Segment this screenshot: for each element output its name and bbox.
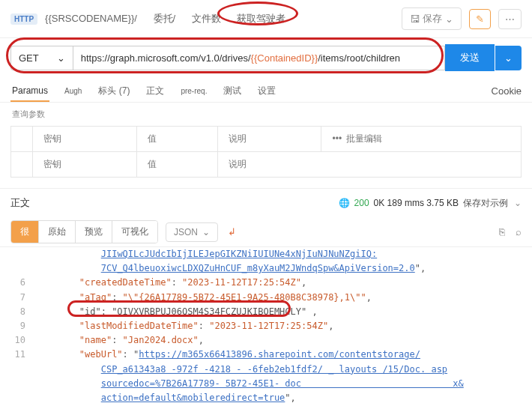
crumb-0[interactable]: {{SRSCODENAME}}/ bbox=[45, 13, 137, 24]
json-line: 7CV_Q4lbeuoxiwcLDXQZuHnCUF_m8yXauM2JWndq… bbox=[10, 261, 522, 276]
tab-auth[interactable]: Augh bbox=[63, 82, 83, 100]
tab-tests[interactable]: 测试 bbox=[222, 80, 243, 102]
code: 7CV_Q4lbeuoxiwcLDXQZuHnCUF_m8yXauM2JWndq… bbox=[36, 261, 522, 276]
col-desc: 说明 bbox=[217, 127, 321, 152]
code: "id": "OIVXVRBPUJ06QSM4S34FCZUJKIBOEMHCL… bbox=[36, 305, 522, 319]
url-input[interactable]: https://graph.microsoft.com/v1.0/drives/… bbox=[73, 46, 445, 70]
method-select[interactable]: GET ⌄ bbox=[10, 46, 73, 70]
desc-cell[interactable]: 说明 bbox=[217, 152, 522, 178]
status-code: 200 bbox=[354, 198, 369, 208]
crumb-3[interactable]: 获取驾驶者 bbox=[237, 13, 285, 24]
table-row[interactable]: 密钥 值 说明 bbox=[11, 152, 522, 178]
line-number bbox=[10, 391, 36, 405]
json-line: JIIwQILcJUdcIbIjILEJepGIKZNiIUIUNe4xNjIu… bbox=[10, 247, 522, 261]
link[interactable]: CSP_a61343a8 -972f -4218 - -6feb2eb1fdf2… bbox=[101, 364, 447, 375]
save-icon: 🖫 bbox=[410, 13, 420, 25]
save-label: 保存 bbox=[423, 12, 442, 25]
link[interactable]: 7CV_Q4lbeuoxiwcLDXQZuHnCUF_m8yXauM2JWndq… bbox=[101, 263, 415, 273]
json-line: action=default&mobileredirect=true", bbox=[10, 391, 522, 405]
view-preview[interactable]: 预览 bbox=[75, 221, 112, 243]
line-number bbox=[10, 377, 36, 391]
tab-headers[interactable]: 标头 (7) bbox=[97, 80, 131, 102]
json-line: 11 "webUrl": "https://m365x66413896.shar… bbox=[10, 348, 522, 362]
line-number: 9 bbox=[10, 319, 36, 333]
params-table: 密钥 值 说明 •••批量编辑 密钥 值 说明 bbox=[10, 126, 522, 178]
col-key: 密钥 bbox=[33, 127, 137, 152]
ellipsis-icon: ⋯ bbox=[505, 13, 515, 25]
line-number: 10 bbox=[10, 333, 36, 348]
json-line: sourcedoc=%7B26A17789- 5B72-45E1- doc x& bbox=[10, 377, 522, 391]
response-body[interactable]: JIIwQILcJUdcIbIjILEJepGIKZNiIUIUNe4xNjIu… bbox=[0, 247, 532, 406]
link[interactable]: JIIwQILcJUdcIbIjILEJepGIKZNiIUIUNe4xNjIu… bbox=[101, 249, 377, 259]
chevron-down-icon: ⌄ bbox=[445, 13, 453, 25]
format-dropdown[interactable]: JSON ⌄ bbox=[166, 222, 218, 242]
query-params-label: 查询参数 bbox=[0, 103, 532, 126]
line-number bbox=[10, 261, 36, 276]
send-button[interactable]: 发送 bbox=[445, 44, 495, 71]
json-line: CSP_a61343a8 -972f -4218 - -6feb2eb1fdf2… bbox=[10, 363, 522, 377]
code: sourcedoc=%7B26A17789- 5B72-45E1- doc x& bbox=[36, 377, 522, 391]
link[interactable]: sourcedoc=%7B26A17789- 5B72-45E1- doc x& bbox=[101, 378, 464, 389]
edit-button[interactable]: ✎ bbox=[469, 9, 491, 29]
search-icon[interactable]: ⌕ bbox=[516, 226, 522, 237]
tab-body[interactable]: 正文 bbox=[145, 80, 166, 102]
code: action=default&mobileredirect=true", bbox=[36, 391, 522, 405]
json-line: 6 "createdDateTime": "2023-11-12T17:25:5… bbox=[10, 276, 522, 290]
copy-icon[interactable]: ⎘ bbox=[499, 226, 505, 237]
code: "lastModifiedDateTime": "2023-11-12T17:2… bbox=[36, 319, 522, 333]
save-response-button[interactable]: 保存对示例 bbox=[463, 197, 508, 210]
method-value: GET bbox=[19, 52, 39, 64]
crumb-2[interactable]: 文件数 bbox=[192, 13, 221, 24]
response-title: 正文 bbox=[10, 196, 30, 210]
line-number bbox=[10, 363, 36, 377]
chevron-down-icon: ⌄ bbox=[504, 52, 513, 64]
tab-settings[interactable]: 设置 bbox=[256, 80, 277, 102]
view-pretty[interactable]: 很 bbox=[11, 221, 38, 243]
wrap-lines-button[interactable]: ↲ bbox=[224, 222, 240, 241]
code: CSP_a61343a8 -972f -4218 - -6feb2eb1fdf2… bbox=[36, 363, 522, 377]
link[interactable]: https://m365x66413896.sharepoint.com/con… bbox=[139, 349, 420, 360]
status-text: 0K 189 mms 3.75 KB bbox=[374, 198, 459, 208]
line-number: 11 bbox=[10, 348, 36, 362]
send-dropdown[interactable]: ⌄ bbox=[495, 46, 522, 70]
code: "name": "Jan2024.docx", bbox=[36, 333, 522, 348]
table-header-row: 密钥 值 说明 •••批量编辑 bbox=[11, 127, 522, 152]
code: JIIwQILcJUdcIbIjILEJepGIKZNiIUIUNe4xNjIu… bbox=[36, 247, 522, 261]
pencil-icon: ✎ bbox=[476, 13, 484, 25]
line-number: 7 bbox=[10, 291, 36, 305]
line-number bbox=[10, 247, 36, 261]
url-variable: {{ContainedID}} bbox=[251, 52, 318, 64]
bulk-edit-button[interactable]: •••批量编辑 bbox=[321, 127, 522, 152]
line-number: 8 bbox=[10, 305, 36, 319]
chevron-down-icon: ⌄ bbox=[202, 227, 210, 237]
json-line: 9 "lastModifiedDateTime": "2023-11-12T17… bbox=[10, 319, 522, 333]
json-line: 10 "name": "Jan2024.docx", bbox=[10, 333, 522, 348]
save-button[interactable]: 🖫 保存 ⌄ bbox=[402, 7, 462, 30]
json-line: 7 "aTag": "\"{26A17789-5B72-45E1-9A25-48… bbox=[10, 291, 522, 305]
code: "webUrl": "https://m365x66413896.sharepo… bbox=[36, 348, 522, 362]
tab-params[interactable]: Paramus bbox=[10, 81, 49, 102]
globe-icon[interactable]: 🌐 bbox=[339, 198, 350, 208]
breadcrumb: {{SRSCODENAME}}/ 委托/ 文件数 获取驾驶者 bbox=[45, 12, 299, 25]
code: "createdDateTime": "2023-11-12T17:25:54Z… bbox=[36, 276, 522, 290]
cookies-link[interactable]: Cookie bbox=[492, 85, 522, 97]
more-button[interactable]: ⋯ bbox=[498, 9, 522, 29]
key-cell[interactable]: 密钥 bbox=[33, 152, 137, 178]
view-visualize[interactable]: 可视化 bbox=[112, 221, 157, 243]
tab-prereq[interactable]: pre-req. bbox=[179, 82, 208, 100]
chevron-down-icon[interactable]: ⌄ bbox=[514, 198, 522, 208]
json-line: 8 "id": "OIVXVRBPUJ06QSM4S34FCZUJKIBOEMH… bbox=[10, 305, 522, 319]
link[interactable]: action=default&mobileredirect=true bbox=[101, 393, 285, 403]
line-number: 6 bbox=[10, 276, 36, 290]
view-raw[interactable]: 原始 bbox=[38, 221, 75, 243]
crumb-1[interactable]: 委托/ bbox=[154, 13, 176, 24]
code: "aTag": "\"{26A17789-5B72-45E1-9A25-480B… bbox=[36, 291, 522, 305]
chevron-down-icon: ⌄ bbox=[57, 52, 65, 64]
col-value: 值 bbox=[136, 127, 217, 152]
http-badge: HTTP bbox=[10, 13, 37, 25]
value-cell[interactable]: 值 bbox=[136, 152, 217, 178]
